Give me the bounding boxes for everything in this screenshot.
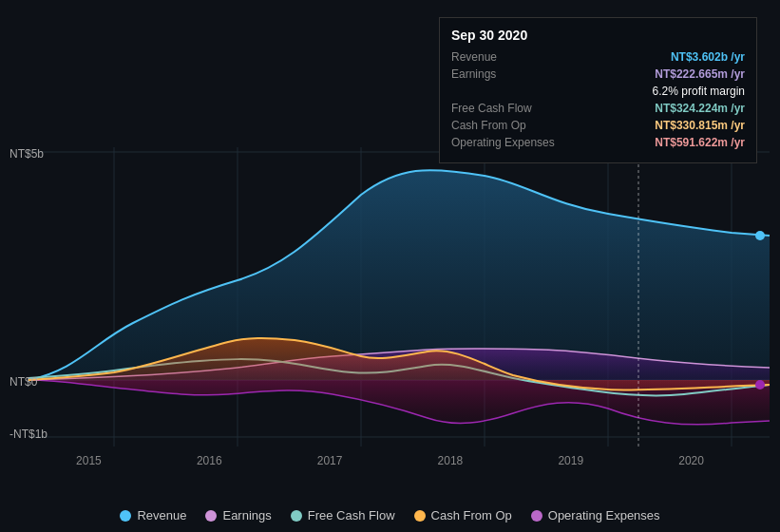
tooltip-value-cashfromop: NT$330.815m /yr	[655, 119, 745, 132]
tooltip-label-revenue: Revenue	[451, 50, 497, 64]
legend-dot-earnings	[205, 510, 217, 522]
x-label-2018: 2018	[438, 454, 464, 467]
legend-item-revenue[interactable]: Revenue	[120, 508, 186, 522]
tooltip-value-revenue: NT$3.602b /yr	[671, 50, 745, 64]
tooltip-row-revenue: Revenue NT$3.602b /yr	[451, 50, 745, 64]
tooltip-profit-margin-row: 6.2% profit margin	[451, 85, 745, 98]
legend-dot-opex	[531, 510, 542, 522]
legend-item-fcf[interactable]: Free Cash Flow	[291, 508, 395, 522]
svg-point-11	[755, 231, 765, 240]
tooltip-row-fcf: Free Cash Flow NT$324.224m /yr	[451, 102, 745, 115]
x-label-2017: 2017	[317, 454, 343, 467]
tooltip-label-opex: Operating Expenses	[451, 136, 555, 149]
tooltip-box: Sep 30 2020 Revenue NT$3.602b /yr Earnin…	[439, 17, 757, 163]
tooltip-label-cashfromop: Cash From Op	[451, 119, 526, 132]
x-label-2019: 2019	[558, 454, 583, 467]
tooltip-value-earnings: NT$222.665m /yr	[655, 67, 745, 81]
tooltip-label-fcf: Free Cash Flow	[451, 102, 532, 115]
tooltip-title: Sep 30 2020	[451, 28, 745, 43]
legend-label-opex: Operating Expenses	[548, 508, 660, 522]
x-label-2016: 2016	[197, 454, 222, 467]
legend-label-cashfromop: Cash From Op	[431, 508, 512, 522]
tooltip-profit-margin: 6.2% profit margin	[653, 85, 745, 98]
tooltip-value-fcf: NT$324.224m /yr	[655, 102, 745, 115]
legend-item-cashfromop[interactable]: Cash From Op	[414, 508, 512, 522]
tooltip-label-earnings: Earnings	[451, 67, 496, 81]
x-label-2020: 2020	[678, 454, 704, 467]
svg-point-12	[755, 380, 765, 390]
x-label-2015: 2015	[76, 454, 102, 467]
legend-dot-revenue	[120, 510, 131, 522]
y-label-zero: NT$0	[10, 375, 37, 389]
legend-item-opex[interactable]: Operating Expenses	[531, 508, 660, 522]
y-label-top: NT$5b	[10, 147, 44, 161]
tooltip-row-earnings: Earnings NT$222.665m /yr	[451, 67, 745, 81]
legend-label-revenue: Revenue	[137, 508, 186, 522]
x-axis: 2015 2016 2017 2018 2019 2020	[0, 454, 780, 467]
legend-label-earnings: Earnings	[222, 508, 271, 522]
legend-item-earnings[interactable]: Earnings	[205, 508, 271, 522]
legend-dot-cashfromop	[414, 510, 426, 522]
tooltip-row-cashfromop: Cash From Op NT$330.815m /yr	[451, 119, 745, 132]
tooltip-value-opex: NT$591.622m /yr	[655, 136, 745, 149]
legend-dot-fcf	[291, 510, 302, 522]
legend: Revenue Earnings Free Cash Flow Cash Fro…	[0, 508, 780, 522]
legend-label-fcf: Free Cash Flow	[308, 508, 395, 522]
tooltip-row-opex: Operating Expenses NT$591.622m /yr	[451, 136, 745, 149]
y-label-neg: -NT$1b	[10, 428, 48, 441]
